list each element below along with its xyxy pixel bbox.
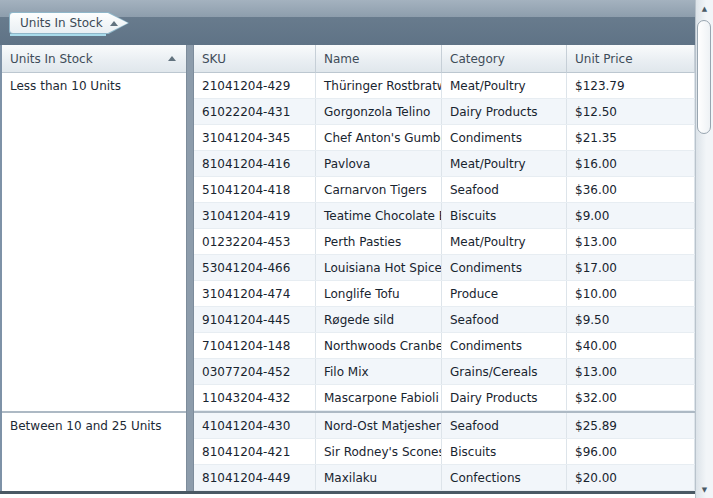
table-row[interactable]: 81041204-449MaxilakuConfections$20.00 — [194, 465, 695, 491]
table-row[interactable]: 01232204-453Perth PastiesMeat/Poultry$13… — [194, 229, 695, 255]
scrollbar-thumb[interactable] — [697, 20, 711, 134]
table-row[interactable]: 51041204-418Carnarvon TigersSeafood$36.0… — [194, 177, 695, 203]
cell-unit_price[interactable]: $36.00 — [567, 177, 695, 202]
scroll-up-button[interactable]: ▲ — [696, 0, 713, 17]
cell-category[interactable]: Biscuits — [442, 203, 567, 228]
cell-sku[interactable]: 01232204-453 — [194, 229, 316, 254]
group-column-header[interactable]: Units In Stock — [2, 45, 186, 73]
column-header-label: SKU — [202, 52, 226, 66]
cell-unit_price[interactable]: $12.50 — [567, 99, 695, 124]
table-row[interactable]: 71041204-148Northwoods CranberCondiments… — [194, 333, 695, 359]
cell-category[interactable]: Condiments — [442, 255, 567, 280]
cell-name[interactable]: Teatime Chocolate B — [316, 203, 442, 228]
column-header-unit-price[interactable]: Unit Price — [567, 45, 695, 73]
cell-category[interactable]: Seafood — [442, 177, 567, 202]
cell-name[interactable]: Thüringer Rostbratw — [316, 73, 442, 98]
table-row[interactable]: 61022204-431Gorgonzola TelinoDairy Produ… — [194, 99, 695, 125]
grid-main-area: Units In Stock Units In Stock Less than … — [0, 0, 695, 494]
table-row[interactable]: 91041204-445Røgede sildSeafood$9.50 — [194, 307, 695, 333]
cell-name[interactable]: Longlife Tofu — [316, 281, 442, 306]
cell-name[interactable]: Louisiana Hot Spiced — [316, 255, 442, 280]
cell-unit_price[interactable]: $9.50 — [567, 307, 695, 332]
cell-name[interactable]: Pavlova — [316, 151, 442, 176]
cell-sku[interactable]: 31041204-345 — [194, 125, 316, 150]
vertical-scrollbar[interactable]: ▲ ▼ — [695, 0, 713, 498]
cell-name[interactable]: Perth Pasties — [316, 229, 442, 254]
cell-sku[interactable]: 31041204-474 — [194, 281, 316, 306]
cell-unit_price[interactable]: $17.00 — [567, 255, 695, 280]
column-header-name[interactable]: Name — [316, 45, 442, 73]
cell-name[interactable]: Sir Rodney's Scones — [316, 439, 442, 464]
cell-unit_price[interactable]: $32.00 — [567, 385, 695, 410]
table-row[interactable]: 53041204-466Louisiana Hot SpicedCondimen… — [194, 255, 695, 281]
cell-sku[interactable]: 81041204-449 — [194, 465, 316, 490]
cell-sku[interactable]: 11043204-432 — [194, 385, 316, 410]
cell-sku[interactable]: 21041204-429 — [194, 73, 316, 98]
cell-category[interactable]: Produce — [442, 281, 567, 306]
table-row[interactable]: 81041204-421Sir Rodney's SconesBiscuits$… — [194, 439, 695, 465]
table-row[interactable]: 11043204-432Mascarpone FabioliDairy Prod… — [194, 385, 695, 411]
column-header-label: Name — [324, 52, 359, 66]
table-row[interactable]: 31041204-419Teatime Chocolate BBiscuits$… — [194, 203, 695, 229]
cell-unit_price[interactable]: $123.79 — [567, 73, 695, 98]
cell-unit_price[interactable]: $9.00 — [567, 203, 695, 228]
cell-category[interactable]: Seafood — [442, 413, 567, 438]
cell-category[interactable]: Condiments — [442, 125, 567, 150]
group-tab-units-in-stock[interactable]: Units In Stock — [9, 12, 129, 34]
cell-sku[interactable]: 81041204-421 — [194, 439, 316, 464]
cell-unit_price[interactable]: $96.00 — [567, 439, 695, 464]
table-row[interactable]: 41041204-430Nord-Ost MatjesherinSeafood$… — [194, 411, 695, 439]
cell-unit_price[interactable]: $20.00 — [567, 465, 695, 490]
cell-sku[interactable]: 51041204-418 — [194, 177, 316, 202]
column-header-category[interactable]: Category — [442, 45, 567, 73]
cell-unit_price[interactable]: $25.89 — [567, 413, 695, 438]
cell-sku[interactable]: 71041204-148 — [194, 333, 316, 358]
cell-name[interactable]: Gorgonzola Telino — [316, 99, 442, 124]
cell-unit_price[interactable]: $40.00 — [567, 333, 695, 358]
cell-sku[interactable]: 31041204-419 — [194, 203, 316, 228]
cell-sku[interactable]: 53041204-466 — [194, 255, 316, 280]
cell-unit_price[interactable]: $13.00 — [567, 229, 695, 254]
cell-name[interactable]: Filo Mix — [316, 359, 442, 384]
table-row[interactable]: 03077204-452Filo MixGrains/Cereals$13.00 — [194, 359, 695, 385]
cell-unit_price[interactable]: $13.00 — [567, 359, 695, 384]
cell-sku[interactable]: 61022204-431 — [194, 99, 316, 124]
group-cell[interactable]: Less than 10 Units — [2, 73, 186, 411]
cell-category[interactable]: Dairy Products — [442, 385, 567, 410]
cell-name[interactable]: Maxilaku — [316, 465, 442, 490]
cell-sku[interactable]: 03077204-452 — [194, 359, 316, 384]
scrollbar-track[interactable] — [696, 17, 713, 481]
cell-category[interactable]: Meat/Poultry — [442, 229, 567, 254]
cell-unit_price[interactable]: $10.00 — [567, 281, 695, 306]
cell-category[interactable]: Seafood — [442, 307, 567, 332]
cell-category[interactable]: Condiments — [442, 333, 567, 358]
table-row[interactable]: 21041204-429Thüringer RostbratwMeat/Poul… — [194, 73, 695, 99]
cell-category[interactable]: Dairy Products — [442, 99, 567, 124]
cell-category[interactable]: Meat/Poultry — [442, 73, 567, 98]
table-row[interactable]: 81041204-416PavlovaMeat/Poultry$16.00 — [194, 151, 695, 177]
cell-sku[interactable]: 41041204-430 — [194, 413, 316, 438]
cell-sku[interactable]: 91041204-445 — [194, 307, 316, 332]
table-row[interactable]: 31041204-345Chef Anton's GumboCondiments… — [194, 125, 695, 151]
cell-name[interactable]: Northwoods Cranber — [316, 333, 442, 358]
cell-name[interactable]: Chef Anton's Gumbo — [316, 125, 442, 150]
cell-name[interactable]: Nord-Ost Matjesherin — [316, 413, 442, 438]
group-cell[interactable]: Between 10 and 25 Units — [2, 411, 186, 491]
group-cells: Less than 10 UnitsBetween 10 and 25 Unit… — [2, 73, 186, 491]
cell-unit_price[interactable]: $21.35 — [567, 125, 695, 150]
cell-category[interactable]: Meat/Poultry — [442, 151, 567, 176]
column-header-sku[interactable]: SKU — [194, 45, 316, 73]
scroll-down-button[interactable]: ▼ — [696, 481, 713, 498]
cell-category[interactable]: Biscuits — [442, 439, 567, 464]
column-splitter[interactable] — [186, 45, 194, 491]
cell-category[interactable]: Confections — [442, 465, 567, 490]
cell-category[interactable]: Grains/Cereals — [442, 359, 567, 384]
cell-name[interactable]: Røgede sild — [316, 307, 442, 332]
sort-ascending-icon[interactable] — [110, 21, 118, 26]
grid-content: Units In Stock Less than 10 UnitsBetween… — [0, 45, 695, 491]
cell-name[interactable]: Carnarvon Tigers — [316, 177, 442, 202]
table-row[interactable]: 31041204-474Longlife TofuProduce$10.00 — [194, 281, 695, 307]
cell-sku[interactable]: 81041204-416 — [194, 151, 316, 176]
cell-name[interactable]: Mascarpone Fabioli — [316, 385, 442, 410]
cell-unit_price[interactable]: $16.00 — [567, 151, 695, 176]
